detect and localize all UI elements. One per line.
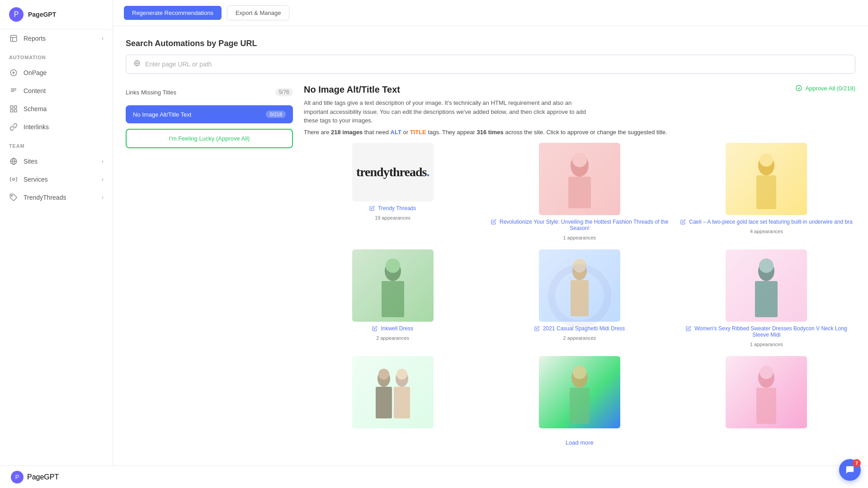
chat-badge: 7	[853, 459, 861, 467]
trendythreads-icon	[9, 193, 18, 202]
list-item-count: 0/218	[266, 111, 286, 118]
regenerate-button[interactable]: Regenerate Recommendations	[124, 6, 222, 20]
sidebar-logo[interactable]: P PageGPT	[0, 0, 113, 29]
globe-icon	[133, 60, 141, 69]
image-label-fashion1[interactable]: Revolutionize Your Style: Unveiling the …	[491, 219, 668, 231]
image-appearances-fashion1: 1 appearances	[563, 235, 596, 240]
image-grid: trendythreads. Trendy Threads 19 appeara…	[304, 143, 855, 450]
list-header: Links Missing Titles 5/76	[126, 84, 293, 100]
sidebar-item-content-label: Content	[24, 87, 46, 94]
svg-point-15	[386, 258, 400, 273]
svg-point-18	[573, 259, 586, 272]
svg-point-9	[572, 153, 587, 167]
svg-point-24	[378, 369, 389, 380]
search-input[interactable]	[145, 61, 848, 68]
approve-all-inline-button[interactable]: Approve All (0/218)	[795, 84, 855, 92]
svg-rect-23	[376, 387, 392, 418]
sidebar-item-sites-label: Sites	[24, 158, 38, 165]
image-item-fashion2: Caeli – A two-piece gold lace set featur…	[678, 143, 855, 240]
svg-point-30	[573, 366, 586, 379]
search-box	[126, 55, 855, 74]
stat-times: 316 times	[477, 129, 504, 136]
image-label-spaghetti[interactable]: 2021 Casual Spaghetti Midi Dress	[534, 325, 625, 332]
list-item-no-image-alt[interactable]: No Image Alt/Title Text 0/218	[126, 105, 293, 123]
panel-header: No Image Alt/Title Text Alt and title ta…	[304, 84, 855, 136]
left-panel: Links Missing Titles 5/76 No Image Alt/T…	[126, 84, 293, 475]
logo-icon: P	[9, 7, 24, 22]
bottom-logo: P PageGPT	[11, 471, 59, 483]
sidebar-item-services[interactable]: Services ›	[0, 170, 113, 188]
reports-icon	[9, 34, 18, 43]
image-item-spaghetti: 2021 Casual Spaghetti Midi Dress 2 appea…	[491, 249, 668, 347]
team-section-label: TEAM	[0, 136, 113, 152]
services-chevron: ›	[102, 176, 104, 183]
logo-text: PageGPT	[28, 11, 56, 18]
svg-rect-20	[755, 281, 778, 317]
image-item-teal: Load more	[491, 356, 668, 450]
svg-point-3	[13, 178, 15, 181]
sidebar-item-onpage[interactable]: OnPage	[0, 64, 113, 82]
sidebar-item-onpage-label: OnPage	[24, 69, 47, 76]
svg-point-21	[759, 258, 774, 273]
sidebar-item-reports[interactable]: Reports ›	[0, 29, 113, 47]
sidebar-item-schema[interactable]: Schema	[0, 100, 113, 118]
content-icon	[9, 86, 18, 95]
image-item-ribbed: Women's Sexy Ribbed Sweater Dresses Body…	[678, 249, 855, 347]
onpage-icon	[9, 68, 18, 77]
svg-rect-11	[756, 175, 776, 209]
svg-rect-14	[382, 281, 404, 317]
automation-section-label: AUTOMATION	[0, 47, 113, 64]
sites-chevron: ›	[102, 158, 104, 164]
sidebar-item-reports-label: Reports	[24, 35, 46, 42]
search-section: Search Automations by Page URL	[126, 39, 855, 74]
logo-brand-text: trendythreads.	[356, 165, 429, 179]
panel-stat: There are 218 images that need ALT or TI…	[304, 129, 667, 136]
svg-rect-8	[568, 177, 591, 208]
sidebar-item-content[interactable]: Content	[0, 82, 113, 100]
sidebar-item-interlinks[interactable]: Interlinks	[0, 118, 113, 136]
image-thumb-inkwell	[352, 249, 434, 322]
image-label-fashion2[interactable]: Caeli – A two-piece gold lace set featur…	[680, 219, 853, 225]
schema-icon	[9, 104, 18, 113]
image-appearances-inkwell: 2 appearances	[376, 335, 409, 341]
svg-rect-26	[394, 387, 410, 418]
panel-description: Alt and title tags give a text descripti…	[304, 99, 593, 125]
reports-chevron: ›	[102, 35, 104, 42]
sidebar-item-services-label: Services	[24, 176, 48, 183]
image-item-couple	[304, 356, 481, 450]
interlinks-icon	[9, 122, 18, 131]
list-header-title: Links Missing Titles	[126, 89, 176, 96]
svg-rect-32	[756, 388, 776, 424]
stat-alt: ALT	[391, 129, 401, 136]
image-item-fashion1: Revolutionize Your Style: Unveiling the …	[491, 143, 668, 240]
image-appearances-fashion2: 4 appearances	[750, 229, 783, 234]
load-more-button[interactable]: Load more	[562, 436, 597, 450]
right-panel: No Image Alt/Title Text Alt and title ta…	[304, 84, 855, 475]
sidebar-item-trendythreads[interactable]: TrendyThreads ›	[0, 188, 113, 206]
image-thumb-teal	[539, 356, 620, 428]
sidebar: P PageGPT Reports › AUTOMATION OnPage Co…	[0, 0, 113, 488]
image-appearances-logo: 19 appearances	[375, 215, 410, 221]
image-appearances-ribbed: 1 appearances	[750, 342, 783, 347]
svg-point-12	[760, 153, 773, 167]
sites-icon	[9, 157, 18, 166]
chat-bubble[interactable]: 7	[839, 459, 861, 481]
image-thumb-fashion1	[539, 143, 620, 215]
svg-rect-0	[10, 35, 17, 42]
sidebar-item-interlinks-label: Interlinks	[24, 123, 49, 131]
export-button[interactable]: Export & Manage	[227, 5, 289, 20]
two-col-layout: Links Missing Titles 5/76 No Image Alt/T…	[126, 84, 855, 475]
approve-all-button[interactable]: I'm Feeling Lucky (Approve All)	[126, 129, 293, 148]
image-thumb-pink2	[726, 356, 807, 428]
panel-title: No Image Alt/Title Text	[304, 84, 667, 95]
image-label-ribbed[interactable]: Women's Sexy Ribbed Sweater Dresses Body…	[678, 325, 855, 338]
sidebar-item-trendythreads-label: TrendyThreads	[24, 194, 66, 201]
svg-rect-29	[570, 388, 590, 424]
services-icon	[9, 175, 18, 184]
image-thumb-spaghetti	[539, 249, 620, 322]
image-label-logo[interactable]: Trendy Threads	[369, 205, 416, 211]
sidebar-item-sites[interactable]: Sites ›	[0, 152, 113, 170]
chat-icon	[845, 465, 855, 475]
image-label-inkwell[interactable]: Inkwell Dress	[372, 325, 413, 332]
bottom-bar: P PageGPT	[0, 465, 868, 488]
